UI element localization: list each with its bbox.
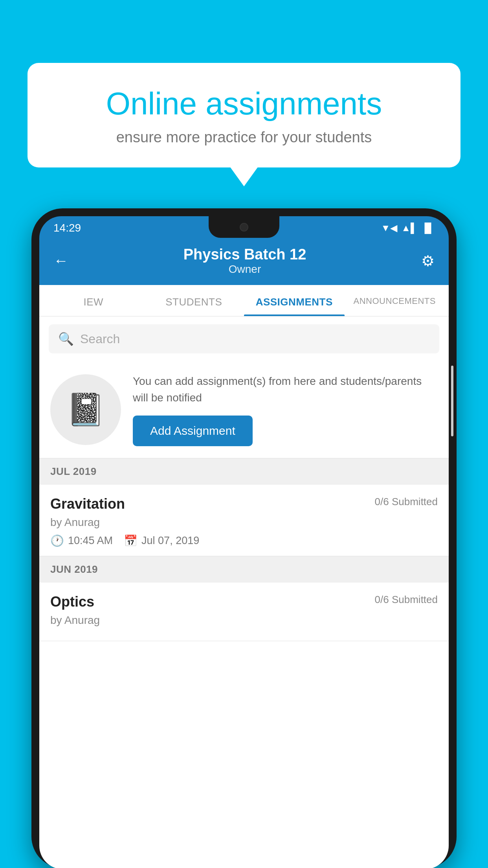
header-title: Physics Batch 12 [183, 246, 306, 263]
back-button[interactable]: ← [53, 252, 68, 269]
tabs-container: IEW STUDENTS ASSIGNMENTS ANNOUNCEMENTS [39, 285, 449, 316]
notebook-icon-wrap: 📓 [50, 374, 121, 445]
assignment-author-optics: by Anurag [50, 614, 438, 627]
wifi-icon: ▼◀ [381, 223, 397, 234]
assignment-submitted-gravitation: 0/6 Submitted [375, 496, 438, 508]
meta-time-gravitation: 🕐 10:45 AM [50, 534, 113, 547]
tab-iew[interactable]: IEW [43, 285, 144, 316]
header-center: Physics Batch 12 Owner [183, 246, 306, 276]
month-label-jun: JUN 2019 [50, 563, 98, 575]
assignment-header: Gravitation 0/6 Submitted [50, 496, 438, 512]
search-bar[interactable]: 🔍 Search [49, 324, 439, 353]
phone-frame: 14:29 ▼◀ ▲▌ ▐▌ ← Physics Batch 12 Owner … [31, 208, 457, 868]
search-container: 🔍 Search [39, 316, 449, 361]
battery-icon: ▐▌ [421, 223, 435, 234]
assignment-submitted-optics: 0/6 Submitted [375, 594, 438, 606]
bubble-title: Online assignments [55, 86, 433, 121]
assignment-date-gravitation: Jul 07, 2019 [141, 535, 199, 547]
camera-dot [240, 223, 248, 232]
clock-icon: 🕐 [50, 534, 64, 547]
assignment-author-gravitation: by Anurag [50, 516, 438, 529]
info-section: 📓 You can add assignment(s) from here an… [39, 361, 449, 458]
assignment-item-optics[interactable]: Optics 0/6 Submitted by Anurag [39, 583, 449, 641]
month-section-jun: JUN 2019 [39, 556, 449, 583]
bubble-subtitle: ensure more practice for your students [55, 129, 433, 146]
assignment-title-optics: Optics [50, 594, 94, 610]
app-header: ← Physics Batch 12 Owner ⚙ [39, 238, 449, 285]
notebook-icon: 📓 [66, 391, 105, 428]
assignment-item-gravitation[interactable]: Gravitation 0/6 Submitted by Anurag 🕐 10… [39, 485, 449, 556]
assignment-header-optics: Optics 0/6 Submitted [50, 594, 438, 610]
meta-date-gravitation: 📅 Jul 07, 2019 [124, 534, 199, 547]
speech-bubble-container: Online assignments ensure more practice … [28, 63, 460, 167]
header-subtitle: Owner [183, 263, 306, 276]
screen-content: IEW STUDENTS ASSIGNMENTS ANNOUNCEMENTS 🔍… [39, 285, 449, 868]
search-placeholder: Search [80, 332, 120, 346]
phone-mockup: 14:29 ▼◀ ▲▌ ▐▌ ← Physics Batch 12 Owner … [31, 208, 457, 868]
status-time: 14:29 [53, 222, 81, 234]
info-content: You can add assignment(s) from here and … [133, 373, 438, 446]
speech-bubble: Online assignments ensure more practice … [28, 63, 460, 167]
add-assignment-button[interactable]: Add Assignment [133, 416, 253, 446]
settings-icon[interactable]: ⚙ [421, 252, 435, 270]
assignment-time-gravitation: 10:45 AM [68, 535, 113, 547]
tab-assignments[interactable]: ASSIGNMENTS [244, 285, 345, 316]
scroll-indicator [451, 366, 453, 436]
month-section-jul: JUL 2019 [39, 458, 449, 485]
tab-announcements[interactable]: ANNOUNCEMENTS [345, 285, 445, 316]
assignment-title-gravitation: Gravitation [50, 496, 125, 512]
tab-students[interactable]: STUDENTS [144, 285, 244, 316]
month-label-jul: JUL 2019 [50, 465, 97, 477]
assignment-meta-gravitation: 🕐 10:45 AM 📅 Jul 07, 2019 [50, 534, 438, 547]
status-icons: ▼◀ ▲▌ ▐▌ [381, 223, 435, 234]
calendar-icon: 📅 [124, 534, 138, 547]
phone-notch [209, 216, 279, 238]
info-text: You can add assignment(s) from here and … [133, 373, 438, 406]
search-icon: 🔍 [58, 331, 74, 346]
signal-icon: ▲▌ [401, 223, 417, 234]
